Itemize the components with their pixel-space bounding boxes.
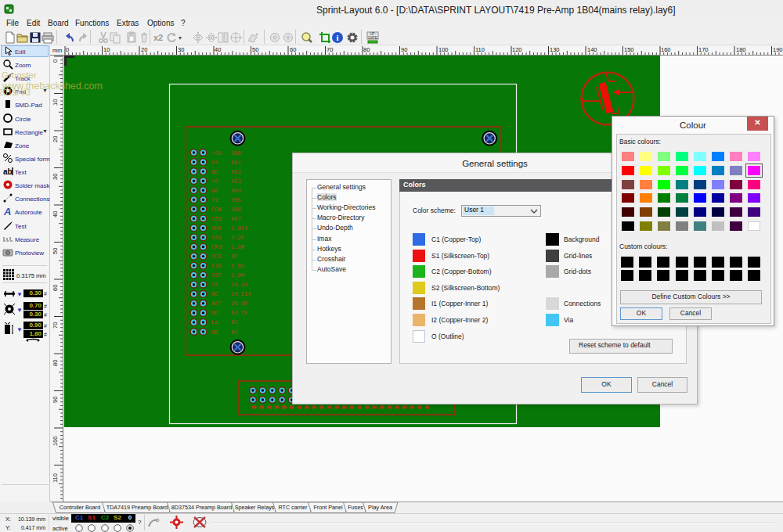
svg-text:003: 003 <box>231 178 241 185</box>
svg-text:AST: AST <box>211 300 222 307</box>
svg-text:Y.80: Y.80 <box>231 263 244 269</box>
svg-text:Y.25: Y.25 <box>231 235 244 241</box>
svg-text:CM3: CM3 <box>211 244 222 250</box>
svg-text:NC: NC <box>211 169 218 175</box>
svg-text:Y0: Y0 <box>211 178 218 185</box>
svg-text:NC: NC <box>211 291 218 297</box>
svg-text:CON: CON <box>211 207 222 213</box>
svg-text:1.9M: 1.9M <box>231 272 244 279</box>
svg-text:W0: W0 <box>211 188 218 194</box>
svg-text:10.214: 10.214 <box>231 291 251 297</box>
svg-text:006: 006 <box>231 207 241 213</box>
svg-text:C26: C26 <box>211 263 222 269</box>
svg-text:La: La <box>211 319 218 325</box>
svg-text:C5: C5 <box>211 282 218 288</box>
svg-text:ab: ab <box>3 167 13 176</box>
svg-text:C8F: C8F <box>211 272 222 279</box>
svg-text:007: 007 <box>231 216 241 222</box>
svg-text:+5V: +5V <box>211 150 222 156</box>
svg-text:DATE: DATE <box>368 36 377 40</box>
svg-text:NC: NC <box>231 329 237 336</box>
svg-text:i: i <box>336 33 338 42</box>
svg-text:004: 004 <box>231 188 241 194</box>
svg-text:19.20: 19.20 <box>231 282 247 288</box>
svg-text:005: 005 <box>231 197 241 203</box>
svg-text:NE: NE <box>211 329 218 336</box>
svg-text:50.2V: 50.2V <box>231 310 248 316</box>
svg-text:1.014: 1.014 <box>231 225 247 232</box>
svg-text:NC: NC <box>231 253 237 260</box>
svg-text:GN9: GN9 <box>211 225 222 232</box>
svg-text:001: 001 <box>231 160 241 166</box>
svg-text:NC: NC <box>231 319 237 325</box>
svg-text:CO3: CO3 <box>211 253 222 260</box>
svg-text:GND: GND <box>231 150 241 156</box>
svg-text:Y2: Y2 <box>211 197 218 203</box>
svg-text:A: A <box>3 206 11 217</box>
svg-text:V+: V+ <box>211 160 218 166</box>
svg-text:20.8M: 20.8M <box>231 300 247 307</box>
svg-text:1.8M: 1.8M <box>231 244 244 250</box>
svg-text:002: 002 <box>231 169 241 175</box>
svg-text:C68: C68 <box>211 235 222 241</box>
svg-text:NC: NC <box>211 310 218 316</box>
svg-text:C69: C69 <box>211 216 222 222</box>
